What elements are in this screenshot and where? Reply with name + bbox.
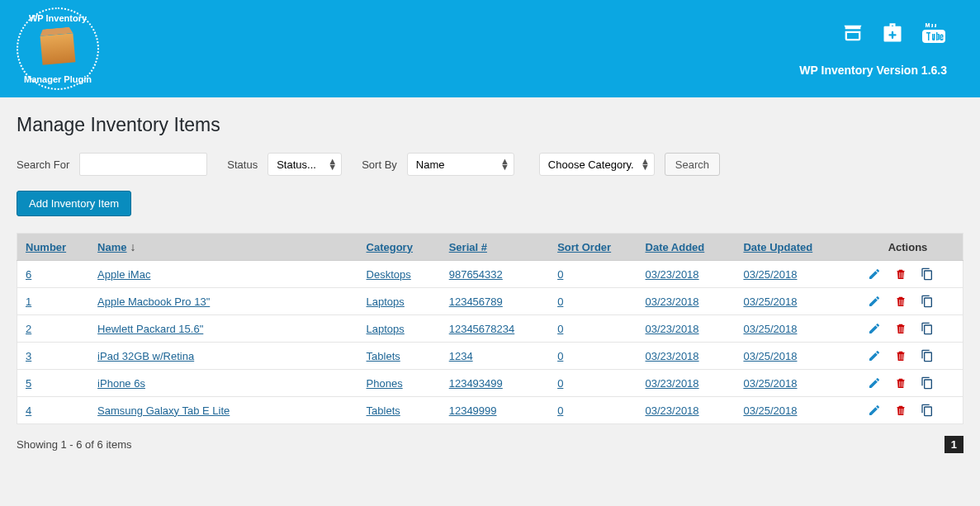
search-label: Search For: [17, 158, 69, 171]
page-title: Manage Inventory Items: [17, 114, 963, 136]
table-row: 2Hewlett Packard 15.6"Laptops12345678234…: [17, 315, 963, 343]
cell-sort-order[interactable]: 0: [557, 377, 563, 390]
search-button[interactable]: Search: [665, 153, 720, 176]
cell-sort-order[interactable]: 0: [557, 323, 563, 335]
edit-icon[interactable]: [868, 376, 881, 390]
copy-icon[interactable]: [921, 267, 934, 281]
youtube-icon[interactable]: [921, 21, 947, 47]
cell-serial[interactable]: 987654332: [449, 268, 503, 281]
cell-number[interactable]: 4: [26, 404, 31, 417]
cell-category[interactable]: Tablets: [367, 350, 400, 362]
cell-number[interactable]: 6: [26, 268, 31, 281]
cell-serial[interactable]: 12349999: [449, 404, 497, 417]
sort-down-icon: ↓: [130, 240, 136, 253]
edit-icon[interactable]: [868, 322, 881, 335]
cell-name[interactable]: iPad 32GB w/Retina: [97, 350, 194, 362]
cell-date-updated[interactable]: 03/25/2018: [743, 377, 797, 390]
cell-date-added[interactable]: 03/23/2018: [646, 268, 699, 281]
header-name[interactable]: Name: [97, 241, 126, 253]
cell-category[interactable]: Desktops: [367, 268, 411, 281]
cell-sort-order[interactable]: 0: [557, 404, 563, 417]
cell-date-updated[interactable]: 03/25/2018: [743, 323, 797, 335]
cell-name[interactable]: iPhone 6s: [97, 377, 145, 390]
cell-serial[interactable]: 123493499: [449, 377, 503, 390]
header-category[interactable]: Category: [367, 241, 413, 253]
sort-select[interactable]: Name: [407, 153, 514, 176]
edit-icon[interactable]: [868, 404, 881, 417]
cell-date-updated[interactable]: 03/25/2018: [743, 296, 797, 308]
cell-name[interactable]: Hewlett Packard 15.6": [97, 323, 203, 335]
delete-icon[interactable]: [894, 349, 907, 362]
category-select[interactable]: Choose Category...: [539, 153, 655, 176]
cell-date-added[interactable]: 03/23/2018: [646, 350, 699, 362]
delete-icon[interactable]: [894, 404, 907, 417]
cell-date-updated[interactable]: 03/25/2018: [743, 268, 797, 281]
support-icon[interactable]: [881, 21, 904, 47]
delete-icon[interactable]: [894, 376, 907, 390]
header-serial[interactable]: Serial #: [449, 241, 487, 253]
copy-icon[interactable]: [921, 376, 934, 390]
cell-serial[interactable]: 12345678234: [449, 323, 515, 335]
cell-serial[interactable]: 123456789: [449, 296, 503, 308]
cell-sort-order[interactable]: 0: [557, 350, 563, 362]
header-sort-order[interactable]: Sort Order: [557, 241, 611, 253]
cell-number[interactable]: 2: [26, 323, 31, 335]
cell-serial[interactable]: 1234: [449, 350, 473, 362]
delete-icon[interactable]: [894, 267, 907, 281]
search-input[interactable]: [79, 153, 207, 176]
table-row: 1Apple Macbook Pro 13"Laptops12345678900…: [17, 288, 963, 315]
status-select[interactable]: Status...: [267, 153, 342, 176]
copy-icon[interactable]: [921, 322, 934, 335]
app-header: WP Inventory Manager Plugin WP Inventory…: [0, 0, 980, 97]
cell-sort-order[interactable]: 0: [557, 296, 563, 308]
cell-category[interactable]: Tablets: [367, 404, 400, 417]
add-item-button[interactable]: Add Inventory Item: [17, 191, 131, 216]
cell-name[interactable]: Apple iMac: [97, 268, 150, 281]
header-actions: Actions: [859, 234, 963, 261]
logo-area: WP Inventory Manager Plugin: [17, 7, 99, 90]
docs-icon[interactable]: [841, 21, 864, 47]
cell-number[interactable]: 1: [26, 296, 31, 308]
header-number[interactable]: Number: [26, 241, 66, 253]
logo: WP Inventory Manager Plugin: [17, 7, 99, 90]
cell-date-added[interactable]: 03/23/2018: [646, 377, 699, 390]
header-date-updated[interactable]: Date Updated: [743, 241, 812, 253]
cell-date-added[interactable]: 03/23/2018: [646, 404, 699, 417]
cell-date-updated[interactable]: 03/25/2018: [743, 350, 797, 362]
sort-label: Sort By: [362, 158, 397, 171]
delete-icon[interactable]: [894, 295, 907, 308]
cell-date-added[interactable]: 03/23/2018: [646, 296, 699, 308]
cell-category[interactable]: Laptops: [367, 323, 405, 335]
copy-icon[interactable]: [921, 404, 934, 417]
table-row: 4Samsung Galaxy Tab E LiteTablets1234999…: [17, 397, 963, 424]
copy-icon[interactable]: [921, 349, 934, 362]
table-row: 5iPhone 6sPhones123493499003/23/201803/2…: [17, 370, 963, 397]
edit-icon[interactable]: [868, 267, 881, 281]
table-row: 6Apple iMacDesktops987654332003/23/20180…: [17, 261, 963, 288]
showing-text: Showing 1 - 6 of 6 items: [17, 438, 131, 451]
version-text: WP Inventory Version 1.6.3: [799, 64, 947, 77]
edit-icon[interactable]: [868, 349, 881, 362]
cell-category[interactable]: Phones: [367, 377, 403, 390]
edit-icon[interactable]: [868, 295, 881, 308]
page-number[interactable]: 1: [944, 436, 963, 453]
header-date-added[interactable]: Date Added: [646, 241, 705, 253]
cell-name[interactable]: Apple Macbook Pro 13": [97, 296, 210, 308]
copy-icon[interactable]: [921, 295, 934, 308]
cell-sort-order[interactable]: 0: [557, 268, 563, 281]
filter-bar: Search For Status Status... ▲▼ Sort By N…: [17, 153, 963, 176]
cell-number[interactable]: 3: [26, 350, 31, 362]
status-label: Status: [227, 158, 258, 171]
cell-category[interactable]: Laptops: [367, 296, 405, 308]
cell-date-added[interactable]: 03/23/2018: [646, 323, 699, 335]
cell-name[interactable]: Samsung Galaxy Tab E Lite: [97, 404, 230, 417]
inventory-table: Number Name↓ Category Serial # Sort Orde…: [17, 233, 963, 424]
cell-number[interactable]: 5: [26, 377, 31, 390]
cell-date-updated[interactable]: 03/25/2018: [743, 404, 797, 417]
delete-icon[interactable]: [894, 322, 907, 335]
table-row: 3iPad 32GB w/RetinaTablets1234003/23/201…: [17, 343, 963, 370]
